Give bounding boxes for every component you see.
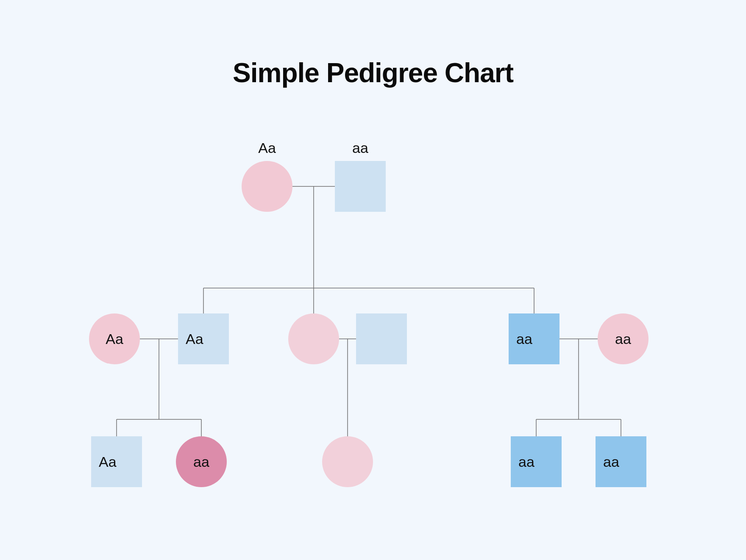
female-node: aa [598, 313, 649, 364]
female-node [242, 161, 292, 212]
male-node [356, 313, 407, 364]
female-node: Aa [89, 313, 140, 364]
genotype-label: aa [516, 331, 532, 347]
male-node: aa [511, 436, 562, 487]
female-node [322, 436, 373, 487]
genotype-label: Aa [99, 454, 117, 470]
female-node: aa [176, 436, 227, 487]
genotype-label: aa [193, 454, 209, 470]
pedigree-canvas: { "title": "Simple Pedigree Chart", "col… [0, 0, 746, 560]
female-node [288, 313, 339, 364]
chart-title: Simple Pedigree Chart [0, 57, 746, 89]
genotype-label: Aa [106, 331, 123, 347]
genotype-label: aa [518, 454, 534, 470]
genotype-label: Aa [242, 140, 292, 156]
male-node: Aa [91, 436, 142, 487]
genotype-label: Aa [186, 331, 203, 347]
male-node: Aa [178, 313, 229, 364]
male-node: aa [509, 313, 560, 364]
genotype-label: aa [615, 331, 631, 347]
male-node [335, 161, 386, 212]
genotype-label: aa [603, 454, 619, 470]
genotype-label: aa [335, 140, 386, 156]
male-node: aa [596, 436, 646, 487]
